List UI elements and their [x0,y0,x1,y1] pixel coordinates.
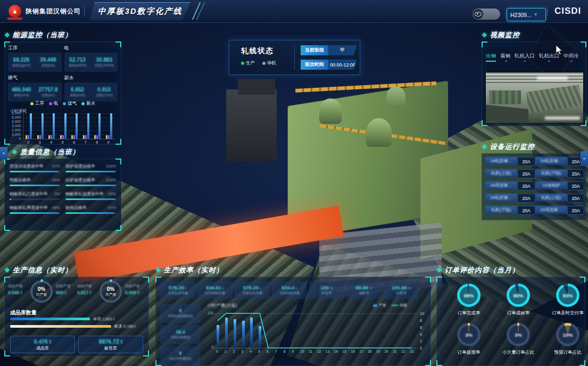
legend-item: 新水 [81,101,95,107]
video-tab-0[interactable]: 出钢 [486,53,496,62]
efficiency-side-stat: 38.4当班轧制量(t) [160,325,201,344]
quality-item: 钢板终轧温度命中率99% [65,191,116,200]
legend-label: 电 [54,101,59,107]
toggle-knob [473,9,483,19]
energy-sections: 工序68.226单耗(kgce/t)39.449总耗(tce)电52.713单耗… [8,45,118,102]
order-donut-inner: 3% [509,326,527,344]
hour-xtick: 17 [359,350,363,353]
order-donut: 3% [457,323,481,346]
hour-y-left-min: 0 [198,345,213,349]
energy-bar [76,113,78,139]
energy-panel: 工序68.226单耗(kgce/t)39.449总耗(tce)电52.713单耗… [4,41,121,145]
side-stat-value: 8 [179,351,181,356]
stat-label: 当天间隔节奏 [205,291,226,296]
inventory-bar-label: 今日 1,801 t [93,317,114,322]
cisdi-logo: CISDI [554,6,581,16]
stat-label: 成材率 [359,291,369,296]
stat-label: 当天轧制节奏 [168,291,188,296]
order-label: 预留订单占比 [539,350,588,356]
collapse-right-tab[interactable]: » [581,151,588,166]
legend-dot-icon [81,102,85,105]
hour-y-right: 8 [420,318,422,323]
app-title: 中厚板3D数字化产线 [97,6,182,16]
quality-label: 钢板终轧温度命中率 [65,191,104,197]
video-feed[interactable] [485,72,584,123]
header-deco-slash2 [196,2,205,20]
hour-y-right: 10 [420,311,424,316]
energy-xtick: 7 [85,140,87,145]
energy-value-label: 单耗(kgce/t) [12,63,31,68]
energy-bar [28,135,29,139]
energy-gridline [23,122,115,122]
quality-pct: 97% [52,164,60,169]
equipment-value: 20A [517,157,535,166]
equipment-label: 2#高压除… [535,206,567,214]
energy-ytick: 3,000 [6,124,21,128]
energy-section-name: 新水 [64,74,118,81]
quality-item: 出炉温度合格率100% [65,177,116,186]
hour-xtick: 0 [216,350,218,353]
header-bar: ▲ 陕钢集团汉钢公司 中厚板3D数字化产线 H2309... ▼ CISDI [0,0,588,23]
company-logo-icon: ▲ [9,5,21,18]
inventory-card-value: 0.476 t [34,338,52,345]
energy-panel-title: ❖ 能源监控（当班） [4,30,72,40]
energy-bar [106,135,107,139]
quality-bar-fill [10,212,59,214]
order-pct: 95% [513,293,523,298]
equipment-label: 1#加热炉 [535,181,567,189]
quality-grid: 层流冷温度命中率97%装炉温度合格率100%性能合格率99%出炉温度合格率100… [10,163,116,214]
energy-bar-chart [23,113,115,139]
hour-xtick: 12 [317,350,321,353]
header-divider [84,5,85,16]
order-donut-inner: 98% [460,286,478,304]
energy-section: 电52.713单耗(kWh/t)30.883总耗(万kWh) [64,45,118,72]
energy-value: 6.652 [71,87,84,93]
efficiency-stat: 100 %作业率 [309,281,344,299]
side-stat-value: 38.4 [176,329,185,335]
actual-value: 0.045 t [8,290,31,295]
legend-label: 新水 [86,101,95,107]
energy-value: 30.883 [96,57,113,63]
order-donut-inner: 93% [559,286,577,304]
hour-xtick: 10 [300,350,304,353]
hour-xtick: 20 [385,350,388,353]
equipment-value: 20A [517,206,535,215]
heat-select-dropdown[interactable]: H2309... ▼ [507,8,546,21]
legend-label: 煤气 [68,101,77,107]
company-logo-subtext [7,18,22,20]
energy-bar [98,113,101,139]
hour-y-right: 0 [420,346,422,351]
visibility-toggle[interactable] [473,9,500,20]
eye-icon [475,12,482,16]
video-tab-4[interactable]: 中间冷 [564,53,579,62]
order-pct: 3% [515,332,522,338]
energy-ytick: 5,000 [6,115,21,119]
efficiency-panel: 576.25 s当天轧制节奏634.61 s当天间隔节奏576.25 s当班轧制… [155,277,431,366]
efficiency-stat: 576.25 s当班轧制节奏 [235,281,270,299]
energy-xtick: 3 [39,140,41,145]
energy-ytick: 6,000 [6,111,21,115]
gauge-dot-icon [110,279,112,282]
equipment-label: 2#轧区辅… [535,157,567,165]
stat-value: 98.86 % [355,285,372,290]
gauge-pct: 0% [107,286,114,292]
energy-value-label: 总耗(tce) [41,63,55,68]
energy-value-label: 单耗(m³/t) [14,93,29,98]
energy-section-name: 工序 [8,45,62,52]
side-stat-label: 当班轧制块数(块) [168,314,193,319]
quality-bar-fill [65,185,116,186]
app-title-plate: 中厚板3D数字化产线 [89,2,191,20]
video-machines-left [489,90,521,104]
energy-bar [85,135,87,139]
order-donut-inner: 10% [559,326,577,344]
video-tab-1[interactable]: 装钢 [500,53,510,62]
actual-label: 实际产量 [77,284,101,289]
collapse-left-tab[interactable]: « [0,147,7,160]
hour-xtick: 13 [326,350,329,353]
quality-pct: 3% [54,192,60,196]
equipment-label: 2#轧区辅… [485,194,517,202]
equipment-label: 轧机(下辊) [485,206,517,214]
energy-xtick: 8 [96,140,98,145]
video-tab-2[interactable]: 轧机入口 [515,53,535,62]
energy-section-card: 52.713单耗(kWh/t)30.883总耗(万kWh) [64,53,118,72]
